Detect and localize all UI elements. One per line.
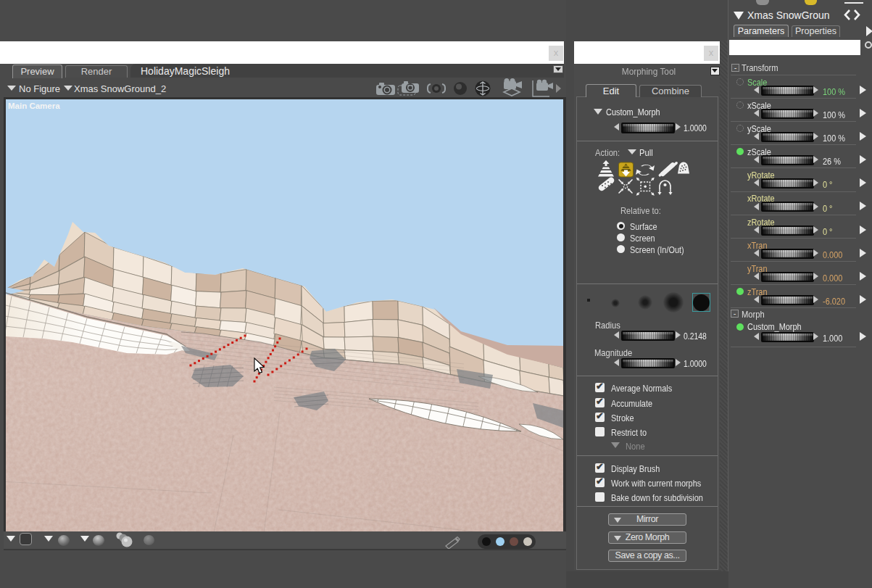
svg-text:Main Camera: Main Camera: [8, 102, 60, 110]
